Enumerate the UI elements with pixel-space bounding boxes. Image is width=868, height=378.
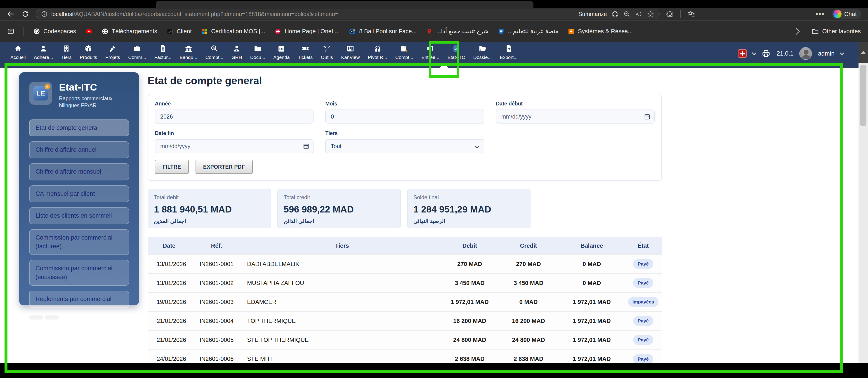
favorites-list-icon[interactable]	[687, 10, 695, 18]
statement-table: DateRéf.TiersDebitCreditBalanceÉtat 13/0…	[148, 237, 662, 368]
kanban-icon	[346, 44, 354, 53]
sidebar-item-etat-de-compte-general[interactable]: Etat de compte general	[29, 119, 129, 136]
bookmark-item[interactable]: Systèmes & Résea...	[567, 28, 633, 35]
sidebar-item-ca-mensuel-par-client[interactable]: CA mensuel par client	[29, 185, 129, 202]
navbar-item-produits[interactable]: Produits	[76, 44, 101, 60]
language-flag-icon[interactable]	[738, 49, 747, 58]
bookmark-item[interactable]	[85, 28, 92, 35]
navbar-item-accueil[interactable]: Accueil	[6, 44, 30, 60]
cell-date: 13/01/2026	[148, 254, 191, 273]
navbar-item-comm[interactable]: Comm...	[124, 44, 150, 60]
navbar-item-compt[interactable]: Compt...	[391, 44, 417, 60]
navbar-item-adh-re[interactable]: Adhére...	[30, 44, 57, 60]
sidebar-item-commission-par-commercial-facturee[interactable]: Commission par commercial (facturee)	[29, 229, 129, 255]
navbar-right: 21.0.1 admin	[738, 44, 862, 63]
sidebar-item-liste-des-clients-en-sommeil[interactable]: Liste des clients en sommeil	[29, 207, 129, 224]
bookmarks-overflow-icon[interactable]	[793, 28, 800, 35]
navbar-item-tickets[interactable]: Tickets	[294, 44, 317, 60]
refresh-icon[interactable]	[21, 10, 29, 18]
language-chevron-icon[interactable]	[752, 50, 756, 55]
bookmark-item[interactable]: Client	[166, 28, 191, 35]
scrollbar-track[interactable]	[859, 63, 868, 378]
date-debut-input[interactable]	[496, 109, 655, 124]
navbar-item-banqu[interactable]: Banqu...	[176, 44, 201, 60]
scanner-icon	[426, 44, 434, 53]
cell-tiers: DADI ABDELMALIK	[243, 254, 441, 273]
copilot-chat-button[interactable]: Chat	[832, 9, 861, 19]
bookmark-item[interactable]: Téléchargements	[101, 28, 157, 35]
filtre-button[interactable]: FILTRE	[155, 160, 189, 174]
sidebar-item-reglements-par-commercial[interactable]: Reglements par commercial	[29, 290, 129, 308]
calendar-icon[interactable]	[644, 113, 651, 120]
bookmark-item[interactable]: Home Page | OneL...	[274, 28, 340, 35]
extensions-icon[interactable]	[666, 10, 674, 18]
favorite-star-icon[interactable]	[647, 10, 654, 18]
navbar-item-entr-e[interactable]: Entrée...	[417, 44, 443, 60]
table-row[interactable]: 21/01/2026IN2601-0005STE TOP THERMIQUE24…	[148, 330, 662, 349]
navbar-item-export[interactable]: Export...	[496, 44, 522, 60]
user-icon	[39, 44, 48, 53]
field-mois: Mois	[325, 101, 484, 124]
date-fin-input[interactable]	[155, 139, 313, 153]
back-icon[interactable]	[7, 10, 15, 18]
navbar-item-etat-itc[interactable]: LEEtat-ITC	[443, 44, 469, 60]
mois-input[interactable]	[325, 109, 484, 124]
summary-card-total-credit: Total credit596 989,22 MADاجمالي الدائن	[277, 189, 401, 228]
summary-card-total-debit: Total debit1 881 940,51 MADاجمالي المدين	[148, 189, 271, 228]
read-aloud-icon[interactable]: A	[635, 10, 642, 18]
user-avatar[interactable]	[799, 47, 812, 60]
sidebar-item-chiffre-d-affaire-mensuel[interactable]: Chiffre d'affaire mensuel	[29, 163, 129, 180]
zoom-out-icon[interactable]	[623, 10, 630, 18]
summary-card-arabic-label: الرصيد النهائي	[413, 218, 524, 224]
cell-etat: Impayées	[625, 293, 662, 311]
address-bar[interactable]: localhost/AQUABAIN/custom/doliba/reports…	[36, 9, 659, 19]
bookmark-item[interactable]: ...شرح تثبيت جميع أدا	[426, 28, 488, 35]
navbar-item-compt[interactable]: $Compt...	[202, 44, 227, 60]
user-menu-chevron-icon[interactable]	[840, 50, 844, 55]
svg-text:$: $	[213, 46, 215, 50]
annee-input[interactable]	[155, 109, 313, 124]
copilot-icon[interactable]	[612, 10, 619, 18]
sidebar-item-commission-par-commercial-encaissee[interactable]: Commission par commercial (encaissee)	[29, 260, 129, 286]
summarize-label[interactable]: Summarize	[579, 11, 607, 18]
scrollbar[interactable]	[859, 42, 868, 378]
navbar-item-label: Entrée...	[421, 55, 439, 60]
browser-active-tab[interactable]	[156, 1, 533, 8]
url-text[interactable]: localhost/AQUABAIN/custom/doliba/reports…	[51, 11, 575, 18]
navbar-item-outils[interactable]: Outils	[317, 44, 337, 60]
report-main: Etat de compte general Année Mois Date d…	[148, 72, 662, 368]
tiers-select[interactable]: Tout	[325, 139, 484, 153]
exporter-pdf-button[interactable]: EXPORTER PDF	[195, 160, 253, 174]
bookmark-item[interactable]: Codespaces	[33, 28, 76, 35]
navbar-item-agenda[interactable]: Agenda	[269, 44, 293, 60]
navbar-item-projets[interactable]: Projets	[101, 44, 124, 60]
navbar-item-pivot-r[interactable]: Pivot R...	[364, 44, 391, 60]
printer-icon[interactable]	[762, 49, 771, 58]
navbar-item-docu[interactable]: Docu...	[246, 44, 270, 60]
status-badge: Payé	[633, 354, 653, 364]
cell-date: 19/01/2026	[148, 293, 191, 311]
scrollbar-thumb[interactable]	[860, 65, 866, 126]
navbar-item-factur[interactable]: $Factur...	[150, 44, 176, 60]
table-row[interactable]: 19/01/2026IN2601-0003EDAMCER1 972,01 MAD…	[148, 293, 662, 311]
cell-debit: 1 972,01 MAD	[441, 293, 498, 311]
collections-icon[interactable]	[7, 28, 14, 35]
sidebar-item-chiffre-d-affaire-annuel[interactable]: Chiffre d'affaire annuel	[29, 141, 129, 158]
bookmark-item[interactable]: 88 Ball Pool sur Face...	[349, 28, 416, 35]
navbar-item-grh[interactable]: GRH	[227, 44, 246, 60]
navbar-item-tiers[interactable]: Tiers	[57, 44, 76, 60]
table-row[interactable]: 21/01/2026IN2601-0004TOP THERMIQUE16 200…	[148, 311, 662, 330]
table-row[interactable]: 13/01/2026IN2601-0001DADI ABDELMALIK270 …	[148, 254, 662, 273]
cell-debit: 3 450 MAD	[441, 273, 498, 293]
scrollbar-up-button[interactable]	[859, 42, 868, 63]
site-info-icon[interactable]	[41, 11, 48, 18]
table-row[interactable]: 13/01/2026IN2601-0002MUSTAPHA ZAFFOU3 45…	[148, 273, 662, 293]
navbar-item-dossie[interactable]: Dossie...	[469, 44, 496, 60]
settings-menu-icon[interactable]: •••	[816, 10, 825, 18]
bookmark-item[interactable]: ...منصة عربية للتعليم	[498, 28, 559, 35]
calendar-icon[interactable]	[303, 143, 309, 149]
cell-etat: Payé	[625, 330, 662, 349]
other-favorites-button[interactable]: Other favorites	[812, 28, 861, 35]
bookmark-item[interactable]: Certification MOS |...	[201, 28, 265, 35]
navbar-item-kanview[interactable]: KanView	[337, 44, 364, 60]
